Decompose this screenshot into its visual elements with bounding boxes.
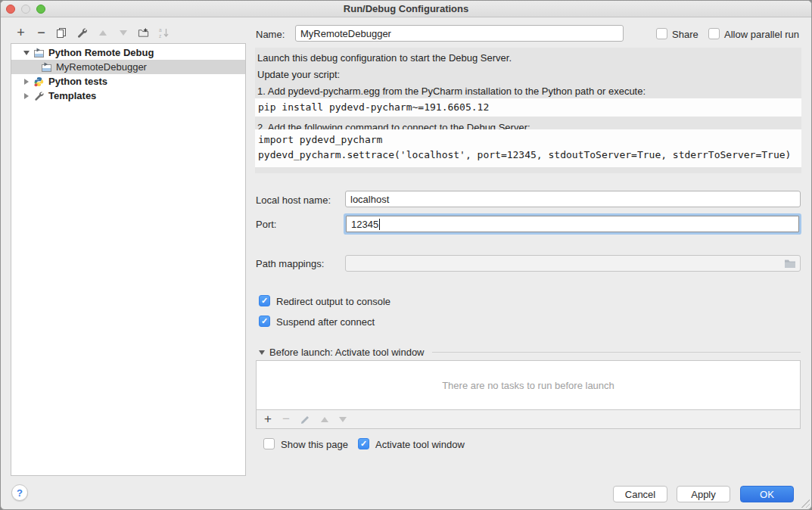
tree-item-label: Templates bbox=[48, 90, 96, 101]
tree-item-label: MyRemoteDebugger bbox=[56, 61, 147, 73]
collapse-section-icon[interactable] bbox=[259, 350, 265, 355]
configurations-tree: Python Remote Debug MyRemoteDebugger Pyt… bbox=[11, 43, 246, 476]
titlebar[interactable]: Run/Debug Configurations bbox=[1, 1, 811, 17]
activate-tool-window-label: Activate tool window bbox=[375, 439, 465, 450]
browse-folder-icon[interactable] bbox=[784, 259, 796, 269]
ok-button[interactable]: OK bbox=[740, 486, 794, 502]
empty-tasks-text: There are no tasks to run before launch bbox=[442, 380, 614, 391]
collapse-expander-icon[interactable] bbox=[22, 51, 31, 55]
show-this-page-label: Show this page bbox=[281, 439, 348, 450]
tree-item-templates[interactable]: Templates bbox=[11, 89, 245, 103]
before-launch-header[interactable]: Before launch: Activate tool window bbox=[259, 347, 801, 358]
cancel-button[interactable]: Cancel bbox=[613, 486, 667, 502]
allow-parallel-run-checkbox[interactable] bbox=[708, 28, 720, 39]
redirect-output-checkbox[interactable] bbox=[259, 295, 270, 306]
name-input[interactable] bbox=[295, 25, 624, 42]
move-task-down-icon[interactable] bbox=[339, 417, 347, 422]
redirect-output-label: Redirect output to console bbox=[276, 296, 390, 307]
apply-button[interactable]: Apply bbox=[677, 486, 730, 502]
wrench-icon bbox=[33, 91, 45, 101]
add-configuration-icon[interactable]: + bbox=[15, 26, 26, 39]
instruction-step1: 1. Add pydevd-pycharm.egg from the PyCha… bbox=[257, 86, 646, 97]
activate-tool-window-checkbox[interactable] bbox=[358, 438, 369, 449]
help-button[interactable]: ? bbox=[11, 484, 28, 501]
tree-item-myremotedebugger[interactable]: MyRemoteDebugger bbox=[11, 60, 245, 74]
local-host-input[interactable] bbox=[345, 191, 801, 207]
allow-parallel-run-label: Allow parallel run bbox=[724, 29, 799, 40]
section-separator bbox=[432, 352, 801, 353]
suspend-after-connect-label: Suspend after connect bbox=[276, 316, 375, 328]
configurations-toolbar: + − az bbox=[15, 26, 170, 39]
port-value: 12345 bbox=[351, 219, 378, 230]
share-checkbox[interactable] bbox=[656, 28, 667, 39]
code-snippet-pip: pip install pydevd-pycharm~=191.6605.12 bbox=[255, 98, 801, 117]
add-task-icon[interactable]: + bbox=[264, 412, 272, 427]
text-caret bbox=[379, 219, 380, 230]
port-label: Port: bbox=[256, 219, 276, 230]
copy-configuration-icon[interactable] bbox=[56, 26, 67, 39]
port-input[interactable]: 12345 bbox=[346, 216, 799, 232]
edit-task-icon[interactable] bbox=[300, 415, 310, 424]
local-host-label: Local host name: bbox=[256, 194, 331, 206]
resize-grip[interactable] bbox=[801, 499, 810, 508]
tree-item-python-remote-debug[interactable]: Python Remote Debug bbox=[11, 45, 245, 60]
move-down-icon[interactable] bbox=[117, 26, 129, 39]
show-this-page-checkbox[interactable] bbox=[263, 438, 275, 449]
svg-text:z: z bbox=[159, 33, 161, 38]
sort-alphabetically-icon[interactable]: az bbox=[158, 26, 170, 39]
expand-expander-icon[interactable] bbox=[22, 93, 31, 99]
before-launch-task-list[interactable]: There are no tasks to run before launch bbox=[256, 360, 801, 410]
run-debug-configurations-dialog: Run/Debug Configurations + − az Python R… bbox=[0, 0, 812, 510]
move-task-up-icon[interactable] bbox=[321, 417, 328, 422]
suspend-after-connect-checkbox[interactable] bbox=[259, 316, 270, 327]
window-title: Run/Debug Configurations bbox=[1, 3, 811, 14]
new-folder-icon[interactable] bbox=[138, 26, 149, 39]
remove-task-icon[interactable]: − bbox=[282, 412, 290, 427]
tree-item-label: Python tests bbox=[48, 76, 107, 87]
name-label: Name: bbox=[256, 29, 285, 40]
run-config-icon bbox=[41, 62, 52, 73]
instruction-line: Update your script: bbox=[257, 69, 340, 80]
share-label: Share bbox=[672, 29, 698, 40]
before-launch-title: Before launch: Activate tool window bbox=[269, 347, 425, 358]
tree-item-python-tests[interactable]: Python tests bbox=[11, 74, 245, 89]
debug-instructions-pane: Launch this debug configuration to start… bbox=[255, 48, 801, 173]
path-mappings-label: Path mappings: bbox=[256, 258, 324, 269]
path-mappings-input[interactable] bbox=[345, 255, 801, 272]
instruction-line: Launch this debug configuration to start… bbox=[257, 52, 512, 64]
edit-templates-wrench-icon[interactable] bbox=[76, 26, 88, 39]
remove-configuration-icon[interactable]: − bbox=[36, 26, 47, 39]
help-question-icon: ? bbox=[17, 487, 23, 499]
code-snippet-settrace: import pydevd_pycharm pydevd_pycharm.set… bbox=[255, 129, 801, 167]
python-tests-icon bbox=[33, 76, 45, 87]
before-launch-toolbar: + − bbox=[256, 410, 801, 429]
run-config-icon bbox=[33, 48, 45, 58]
tree-item-label: Python Remote Debug bbox=[48, 47, 154, 58]
move-up-icon[interactable] bbox=[97, 26, 108, 39]
expand-expander-icon[interactable] bbox=[22, 79, 31, 85]
svg-text:a: a bbox=[159, 27, 162, 33]
